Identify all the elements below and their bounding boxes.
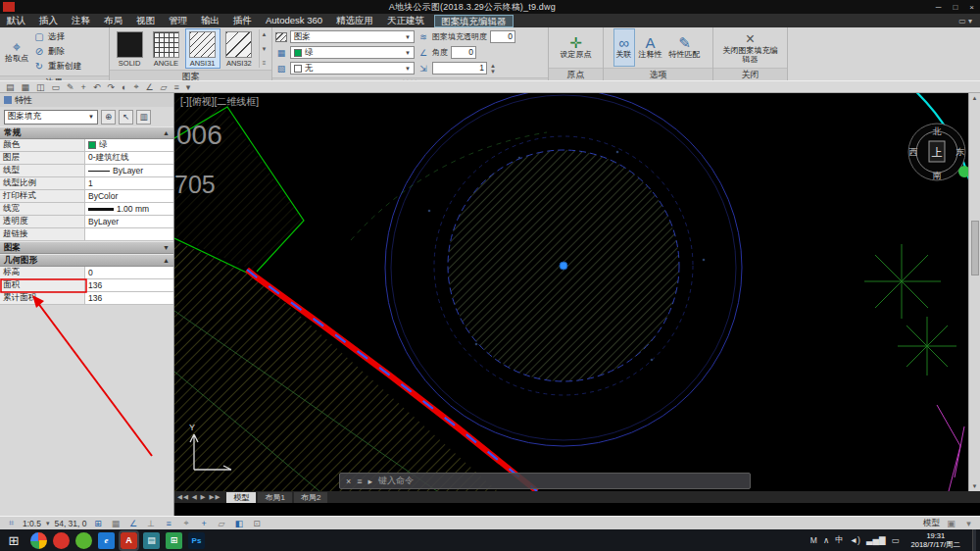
panel-label-options[interactable]: 选项: [604, 68, 712, 80]
tab-layout2[interactable]: 布局2: [294, 492, 327, 503]
remove-button[interactable]: ⊘删除: [33, 44, 81, 59]
maximize-icon[interactable]: □: [947, 3, 963, 12]
pattern-solid[interactable]: SOLID: [113, 29, 146, 68]
center-grip-point[interactable]: [560, 262, 567, 270]
prop-row-transparency[interactable]: 透明度ByLayer: [0, 216, 173, 228]
toolbar-icon[interactable]: ✎: [67, 82, 74, 92]
toolbar-icon[interactable]: ⌖: [133, 81, 138, 92]
tab-autodesk360[interactable]: Autodesk 360: [259, 14, 329, 27]
tree-symbol-2[interactable]: [898, 317, 956, 376]
tabbar-window-icons[interactable]: ▭ ▾: [958, 17, 980, 25]
status-menu-icon[interactable]: ▾: [962, 519, 975, 528]
tab-featured-apps[interactable]: 精选应用: [329, 14, 380, 27]
command-input[interactable]: 键入命令: [378, 475, 414, 487]
tab-layout1[interactable]: 布局1: [258, 492, 291, 503]
close-icon[interactable]: ×: [963, 3, 980, 12]
status-toggle[interactable]: +: [198, 519, 211, 528]
status-toggle[interactable]: ▦: [110, 519, 122, 528]
toolbar-icon[interactable]: ▭: [52, 82, 61, 92]
object-type-dropdown[interactable]: 图案填充▼: [4, 110, 98, 125]
toolbar-icon[interactable]: ▤: [6, 82, 15, 92]
status-toggle[interactable]: ⊞: [92, 519, 105, 528]
taskbar-app-icon[interactable]: ▤: [143, 532, 160, 549]
panel-label-origin[interactable]: 原点: [549, 68, 603, 80]
scroll-up-icon[interactable]: ▲: [972, 93, 978, 103]
taskbar-ie-icon[interactable]: e: [98, 532, 115, 549]
prop-row-layer[interactable]: 图层0-建筑红线: [0, 152, 173, 165]
prop-row-linetype[interactable]: 线型ByLayer: [0, 165, 173, 177]
status-toggle[interactable]: ▣: [945, 519, 957, 528]
toolbar-icon[interactable]: ◫: [36, 82, 45, 92]
minimize-icon[interactable]: ─: [930, 3, 948, 12]
tab-tangent[interactable]: 天正建筑: [380, 14, 431, 27]
toolbar-icon[interactable]: ∠: [145, 82, 153, 92]
scale-caret-icon[interactable]: ▾: [46, 520, 50, 527]
status-toggle[interactable]: ◧: [233, 519, 246, 528]
close-hatch-editor-button[interactable]: × 关闭图案填充编辑器: [718, 29, 783, 66]
select-objects-button[interactable]: ↖: [119, 110, 133, 125]
pattern-ansi31-selected[interactable]: ANSI31: [186, 29, 220, 68]
tab-model[interactable]: 模型: [226, 492, 256, 503]
tab-manage[interactable]: 管理: [162, 14, 194, 27]
transparency-value[interactable]: 0: [490, 30, 515, 43]
prop-row-cumulative-area[interactable]: 累计面积136: [0, 292, 173, 305]
show-desktop-button[interactable]: [972, 529, 976, 551]
taskbar-chrome-icon[interactable]: [30, 532, 47, 549]
pick-points-button[interactable]: ⌖ 拾取点: [3, 29, 30, 74]
match-properties-button[interactable]: ✎ 特性匹配: [667, 29, 703, 66]
hatch-color-dropdown[interactable]: 绿▼: [290, 46, 415, 59]
prop-row-area[interactable]: 面积136: [0, 279, 173, 292]
layout-nav-arrows[interactable]: ◀◀ ◀ ▶ ▶▶: [177, 493, 220, 501]
status-toggle[interactable]: ⊥: [145, 519, 158, 528]
viewport-controls[interactable]: [-][俯视][二维线框]: [180, 96, 259, 107]
command-customize-icon[interactable]: ≡: [357, 476, 362, 486]
section-geometry[interactable]: 几何图形▲: [0, 254, 173, 267]
drawing-canvas[interactable]: 006 705 [-][俯视][二维线框] 北 南 西 东: [174, 93, 968, 491]
taskbar-app-icon[interactable]: [75, 532, 92, 549]
taskbar-clock[interactable]: 19:312018/7/17/周二: [906, 531, 966, 550]
set-origin-button[interactable]: ✛ 设定原点: [559, 29, 594, 66]
select-button[interactable]: ▢选择: [33, 29, 81, 44]
status-toggle[interactable]: ▱: [216, 519, 228, 528]
toolbar-icon[interactable]: +: [81, 82, 86, 92]
taskbar-app-icon[interactable]: ⊞: [166, 532, 182, 549]
tab-layout[interactable]: 布局: [97, 14, 129, 27]
tray-icon[interactable]: M: [810, 535, 817, 545]
start-button[interactable]: ⊞: [0, 533, 27, 548]
taskbar-autocad-icon-active[interactable]: A: [121, 532, 137, 549]
taskbar-app-icon[interactable]: [53, 532, 70, 549]
status-toggle[interactable]: ⌖: [180, 518, 193, 528]
status-toggle[interactable]: ⊡: [251, 519, 264, 528]
pattern-ansi32[interactable]: ANSI32: [222, 29, 256, 68]
tray-battery-icon[interactable]: ▭: [892, 535, 900, 545]
app-icon[interactable]: [3, 2, 15, 12]
toolbar-icon[interactable]: ↷: [107, 82, 115, 92]
tab-hatch-editor-active[interactable]: 图案填充编辑器: [434, 15, 514, 27]
scale-stepper[interactable]: ▲▼: [490, 63, 496, 75]
toggle-pickadd-button[interactable]: ⊕: [101, 110, 116, 125]
scale-value[interactable]: 1: [432, 62, 487, 75]
quick-select-button[interactable]: ▥: [136, 110, 151, 125]
vertical-scrollbar[interactable]: ▲ ▼: [968, 93, 980, 491]
command-line[interactable]: × ≡ ▸ 键入命令: [339, 473, 751, 489]
tab-output[interactable]: 输出: [194, 14, 226, 27]
pattern-gallery-scroll[interactable]: ▲▼≡: [259, 29, 269, 68]
tray-network-icon[interactable]: ▃▅▇: [866, 535, 886, 545]
drawing-scale[interactable]: 1:0.5: [23, 519, 41, 528]
toolbar-icon[interactable]: ▱: [161, 82, 168, 92]
tab-default[interactable]: 默认: [0, 14, 32, 27]
model-space-label[interactable]: 模型: [923, 518, 940, 529]
pattern-angle[interactable]: ANGLE: [149, 29, 182, 68]
tab-insert[interactable]: 插入: [32, 14, 65, 27]
command-close-icon[interactable]: ×: [346, 476, 351, 486]
prop-row-color[interactable]: 颜色绿: [0, 139, 173, 152]
status-toggle[interactable]: ∠: [127, 519, 140, 528]
tray-expand-icon[interactable]: ∧: [823, 535, 829, 545]
tray-ime-icon[interactable]: 中: [835, 534, 844, 546]
section-pattern[interactable]: 图案▼: [0, 241, 173, 254]
tab-addins[interactable]: 插件: [226, 14, 259, 27]
angle-value[interactable]: 0: [451, 46, 476, 59]
tray-volume-icon[interactable]: ◄): [850, 535, 860, 545]
panel-label-close[interactable]: 关闭: [713, 68, 787, 80]
prop-row-linetype-scale[interactable]: 线型比例1: [0, 177, 173, 190]
